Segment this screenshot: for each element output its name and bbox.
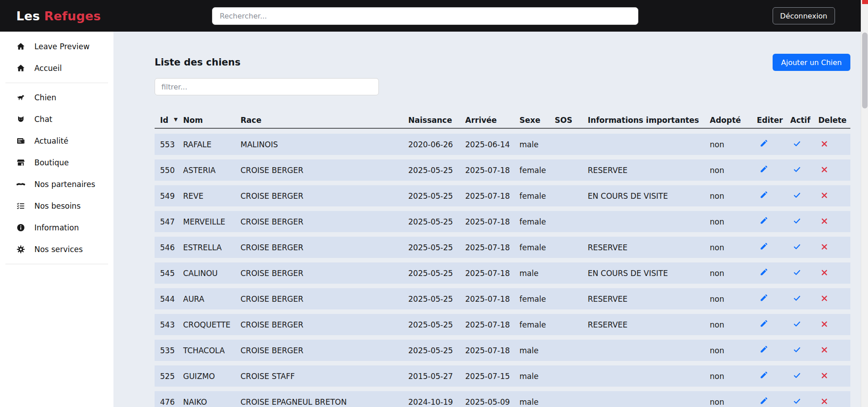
edit-button[interactable] xyxy=(757,268,790,278)
active-toggle[interactable] xyxy=(790,320,818,330)
delete-button[interactable] xyxy=(818,243,850,252)
check-icon xyxy=(793,397,801,407)
active-toggle[interactable] xyxy=(790,140,818,150)
cell-sexe: male xyxy=(519,372,555,381)
active-toggle[interactable] xyxy=(790,371,818,381)
sidebar-item-label: Leave Preview xyxy=(34,42,90,51)
cell-id: 553 xyxy=(155,140,183,149)
active-toggle[interactable] xyxy=(790,397,818,407)
cell-id: 550 xyxy=(155,166,183,175)
table-row: 535 TCHACOLA CROISE BERGER 2025-05-25 20… xyxy=(155,340,850,361)
check-icon xyxy=(793,191,801,201)
cell-naissance: 2015-05-27 xyxy=(408,372,465,381)
sidebar-item-actualite[interactable]: Actualité xyxy=(0,130,113,152)
edit-button[interactable] xyxy=(757,320,790,330)
logout-button[interactable]: Déconnexion xyxy=(773,7,835,24)
page-title: Liste des chiens xyxy=(155,57,241,68)
sidebar-item-services[interactable]: Nos services xyxy=(0,239,113,260)
edit-button[interactable] xyxy=(757,243,790,253)
check-icon xyxy=(793,243,801,253)
header-id[interactable]: Id▼ xyxy=(155,116,183,125)
header-delete: Delete xyxy=(818,116,850,125)
edit-button[interactable] xyxy=(757,346,790,356)
delete-button[interactable] xyxy=(818,269,850,278)
edit-button[interactable] xyxy=(757,397,790,407)
delete-button[interactable] xyxy=(818,372,850,381)
sidebar-item-information[interactable]: Information xyxy=(0,217,113,239)
pencil-icon xyxy=(760,268,768,278)
dogs-table: Id▼ Nom Race Naissance Arrivée Sexe SOS … xyxy=(155,112,850,407)
edit-button[interactable] xyxy=(757,191,790,201)
cell-adopte: non xyxy=(710,166,757,175)
active-toggle[interactable] xyxy=(790,165,818,175)
cell-adopte: non xyxy=(710,140,757,149)
sidebar-item-chat[interactable]: Chat xyxy=(0,108,113,130)
sort-icon: ▼ xyxy=(174,117,178,122)
list-check-icon xyxy=(16,201,25,211)
sidebar-item-boutique[interactable]: Boutique xyxy=(0,152,113,173)
cat-icon xyxy=(16,115,25,124)
edit-button[interactable] xyxy=(757,294,790,304)
handshake-icon xyxy=(16,180,25,189)
header-race: Race xyxy=(241,116,408,125)
active-toggle[interactable] xyxy=(790,268,818,278)
table-row: 544 AURA CROISE BERGER 2025-05-25 2025-0… xyxy=(155,288,850,309)
sidebar-item-chien[interactable]: Chien xyxy=(0,87,113,108)
search-input[interactable] xyxy=(212,7,638,25)
active-toggle[interactable] xyxy=(790,191,818,201)
sidebar-item-besoins[interactable]: Nos besoins xyxy=(0,195,113,217)
delete-button[interactable] xyxy=(818,320,850,329)
edit-button[interactable] xyxy=(757,165,790,175)
delete-button[interactable] xyxy=(818,398,850,407)
vertical-scrollbar[interactable] xyxy=(861,0,868,407)
pencil-icon xyxy=(760,397,768,407)
dog-icon xyxy=(16,93,25,102)
table-row: 545 CALINOU CROISE BERGER 2025-05-25 202… xyxy=(155,262,850,284)
filter-input[interactable] xyxy=(155,78,379,95)
sidebar-item-leave-preview[interactable]: Leave Preview xyxy=(0,36,113,57)
edit-button[interactable] xyxy=(757,217,790,227)
cell-id: 545 xyxy=(155,269,183,278)
cell-sexe: female xyxy=(519,192,555,201)
cell-infos: RESERVEE xyxy=(588,166,710,175)
home-icon xyxy=(16,64,25,73)
pencil-icon xyxy=(760,320,768,330)
cell-race: CROISE BERGER xyxy=(241,269,408,278)
cell-sexe: male xyxy=(519,346,555,355)
active-toggle[interactable] xyxy=(790,294,818,304)
delete-button[interactable] xyxy=(818,217,850,226)
active-toggle[interactable] xyxy=(790,243,818,253)
header-arrivee: Arrivée xyxy=(465,116,519,125)
table-row: 476 NAIKO CROISE EPAGNEUL BRETON 2024-10… xyxy=(155,391,850,407)
active-toggle[interactable] xyxy=(790,346,818,356)
scrollbar-thumb[interactable] xyxy=(862,33,868,108)
table-body: 553 RAFALE MALINOIS 2020-06-26 2025-06-1… xyxy=(155,134,850,407)
edit-button[interactable] xyxy=(757,140,790,150)
brand-logo[interactable]: Les Refuges xyxy=(16,9,101,23)
delete-button[interactable] xyxy=(818,295,850,304)
cell-naissance: 2024-10-19 xyxy=(408,398,465,407)
active-toggle[interactable] xyxy=(790,217,818,227)
x-icon xyxy=(821,269,828,278)
delete-button[interactable] xyxy=(818,166,850,175)
sidebar-item-partenaires[interactable]: Nos partenaires xyxy=(0,173,113,195)
delete-button[interactable] xyxy=(818,192,850,201)
x-icon xyxy=(821,243,828,252)
add-dog-button[interactable]: Ajouter un Chien xyxy=(773,54,850,71)
header-infos: Informations importantes xyxy=(588,116,710,125)
cell-id: 535 xyxy=(155,346,183,355)
x-icon xyxy=(821,192,828,201)
cell-adopte: non xyxy=(710,269,757,278)
sidebar-item-accueil[interactable]: Accueil xyxy=(0,57,113,79)
header-actif: Actif xyxy=(790,116,818,125)
cell-adopte: non xyxy=(710,192,757,201)
delete-button[interactable] xyxy=(818,140,850,149)
table-row: 543 CROQUETTE CROISE BERGER 2025-05-25 2… xyxy=(155,314,850,335)
delete-button[interactable] xyxy=(818,346,850,355)
cell-arrivee: 2025-07-18 xyxy=(465,295,519,304)
cell-race: CROISE BERGER xyxy=(241,295,408,304)
scrollbar-top-marker xyxy=(862,0,868,4)
cell-sexe: male xyxy=(519,140,555,149)
edit-button[interactable] xyxy=(757,371,790,381)
cell-arrivee: 2025-05-09 xyxy=(465,398,519,407)
